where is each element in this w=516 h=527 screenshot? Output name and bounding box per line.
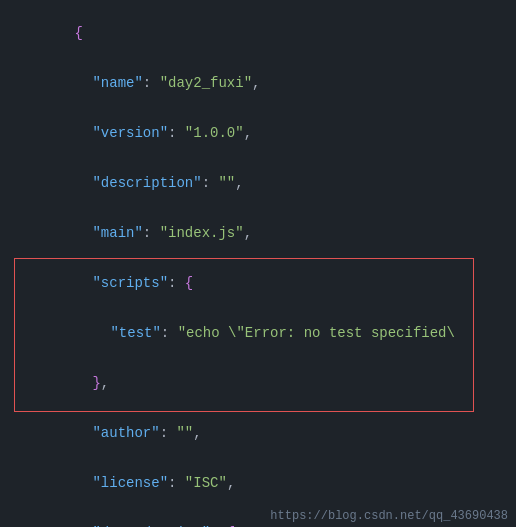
line-2: "name": "day2_fuxi", xyxy=(0,58,516,108)
val-author: "" xyxy=(176,425,193,441)
content-6: "scripts": { xyxy=(14,259,516,307)
key-description: "description" xyxy=(92,175,201,191)
line-7: "test": "echo \"Error: no test specified… xyxy=(0,308,516,358)
line-1: { xyxy=(0,8,516,58)
val-main: "index.js" xyxy=(160,225,244,241)
open-brace: { xyxy=(74,25,82,41)
code-editor: { "name": "day2_fuxi", "version": "1.0.0… xyxy=(0,0,516,527)
val-description: "" xyxy=(218,175,235,191)
key-version: "version" xyxy=(92,125,168,141)
content-4: "description": "", xyxy=(14,159,516,207)
line-3: "version": "1.0.0", xyxy=(0,108,516,158)
content-9: "author": "", xyxy=(14,409,516,457)
key-test: "test" xyxy=(110,325,160,341)
content-2: "name": "day2_fuxi", xyxy=(14,59,516,107)
line-9: "author": "", xyxy=(0,408,516,458)
val-license: "ISC" xyxy=(185,475,227,491)
content-10: "license": "ISC", xyxy=(14,459,516,507)
line-8: }, xyxy=(0,358,516,408)
line-10: "license": "ISC", xyxy=(0,458,516,508)
footer-url: https://blog.csdn.net/qq_43690438 xyxy=(262,505,516,527)
key-scripts: "scripts" xyxy=(92,275,168,291)
key-author: "author" xyxy=(92,425,159,441)
line-4: "description": "", xyxy=(0,158,516,208)
key-main: "main" xyxy=(92,225,142,241)
line-5: "main": "index.js", xyxy=(0,208,516,258)
val-version: "1.0.0" xyxy=(185,125,244,141)
key-license: "license" xyxy=(92,475,168,491)
line-6: "scripts": { xyxy=(0,258,516,308)
content-8: }, xyxy=(14,359,516,407)
content-3: "version": "1.0.0", xyxy=(14,109,516,157)
key-name: "name" xyxy=(92,75,142,91)
content-5: "main": "index.js", xyxy=(14,209,516,257)
content-1: { xyxy=(14,9,516,57)
val-test: "echo \"Error: no test specified\ xyxy=(178,325,455,341)
val-name: "day2_fuxi" xyxy=(160,75,252,91)
content-7: "test": "echo \"Error: no test specified… xyxy=(14,309,516,357)
